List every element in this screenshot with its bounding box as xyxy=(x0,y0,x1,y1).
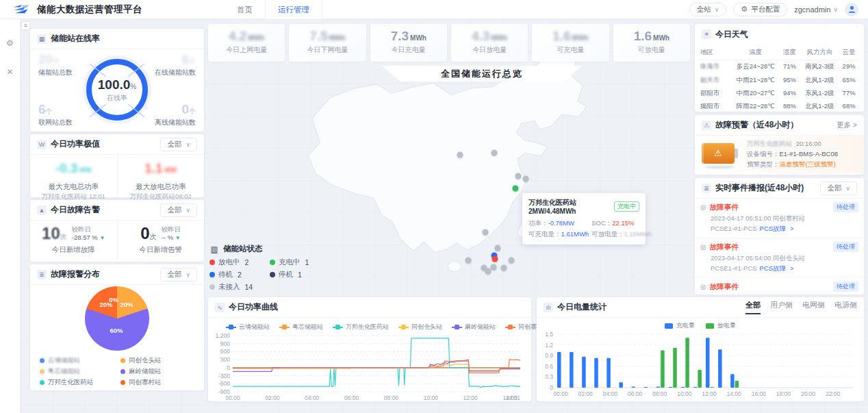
header-tab[interactable]: 运行管理 xyxy=(265,0,322,19)
user-icon xyxy=(847,5,856,14)
map-station-dot[interactable] xyxy=(492,150,498,156)
fault-warning-title: 故障预警（近48小时） xyxy=(715,119,798,131)
status-count: 1 xyxy=(298,271,302,279)
event-status-badge[interactable]: 待处理 xyxy=(833,242,858,252)
avatar[interactable] xyxy=(845,3,858,16)
svg-text:0.6: 0.6 xyxy=(545,363,553,370)
weather-cell: 南风2-3级 xyxy=(800,62,840,71)
tooltip-value: 22.15% xyxy=(612,219,634,227)
status-dot xyxy=(209,284,215,290)
event-type: 故障事件 xyxy=(710,203,739,212)
stat-card-value: 7.3MWh xyxy=(370,29,447,44)
more-link[interactable]: 更多 > xyxy=(837,121,857,130)
alarm-unit: 次 xyxy=(150,233,157,240)
events-title: 实时事件播报(近48小时) xyxy=(715,182,804,194)
stat-card: 4.3MWh今日放电量 xyxy=(451,24,528,62)
fault-alarm-filter[interactable]: 全部∨ xyxy=(160,203,197,217)
station-status-legend: ▥ 储能站状态 放电中2充电中1待机2停机1未接入14 xyxy=(209,244,326,292)
curve-legend-item[interactable]: 万邦生化医药站 xyxy=(333,323,389,331)
chevron-down-icon: ∨ xyxy=(186,207,190,214)
curve-legend-item[interactable]: 粤芯储能站 xyxy=(279,323,323,331)
header-tab[interactable]: 首页 xyxy=(225,0,265,19)
legend-dot xyxy=(120,380,125,385)
pie-label: 20% xyxy=(120,301,133,308)
weather-cell: 邵阳市 xyxy=(700,89,732,98)
map-station-dot[interactable] xyxy=(515,173,522,179)
close-icon[interactable]: ✕ xyxy=(6,67,13,77)
tooltip-field: 可放电量：1.15MWh xyxy=(591,230,652,239)
map-station-dot[interactable] xyxy=(495,245,501,251)
weather-row: 邵阳市中雨20~27℃94%东风1-2级77% xyxy=(700,87,858,100)
map-station-dot[interactable] xyxy=(485,268,492,275)
curve-legend-item[interactable]: 云埔储能站 xyxy=(226,323,270,331)
event-status-badge[interactable]: 待处理 xyxy=(833,281,858,292)
map-station-dot[interactable] xyxy=(501,265,507,271)
map-station-dot[interactable] xyxy=(492,256,498,262)
online-rate-stat: 20个储能站总数 xyxy=(38,52,92,77)
svg-text:1.2: 1.2 xyxy=(545,342,553,349)
energy-tab[interactable]: 用户侧 xyxy=(770,300,793,314)
legend-marker xyxy=(333,325,343,329)
curve-legend-item[interactable]: 同创仓头站 xyxy=(398,323,442,331)
weather-cell: 88% xyxy=(779,102,800,110)
map-station-dot[interactable] xyxy=(483,229,489,236)
svg-text:02:00: 02:00 xyxy=(578,390,593,397)
collapse-menu-icon[interactable]: ≡ xyxy=(21,21,30,30)
svg-text:-600: -600 xyxy=(218,380,230,387)
energy-tab[interactable]: 电源侧 xyxy=(834,300,857,314)
stat-card: 1.6MWh可放电量 xyxy=(613,24,690,62)
legend-marker xyxy=(226,325,236,329)
fault-distribution-filter[interactable]: 全部∨ xyxy=(160,268,197,281)
event-type: 故障事件 xyxy=(710,282,739,292)
curve-legend-item[interactable]: 麻岭储能站 xyxy=(452,323,496,331)
energy-tab[interactable]: 电网侧 xyxy=(802,300,825,314)
status-count: 2 xyxy=(245,258,249,266)
weather-cell: 阵雨22~28℃ xyxy=(732,102,779,110)
panel-icon-warning: ▲ xyxy=(37,205,47,215)
platform-config-button[interactable]: ⚙ 平台配置 xyxy=(733,3,787,16)
event-fault-link[interactable]: PCS故障 xyxy=(760,264,787,272)
online-rate-panel: ▦ 储能站在线率 100.0% 在线率 20个储能站总数6个在线储能站数6个联网… xyxy=(30,29,204,132)
stat-card-label: 今日充电量 xyxy=(370,45,447,55)
event-type: 故障事件 xyxy=(710,242,739,252)
weather-row: 揭阳市阵雨22~28℃88%北风1-2级68% xyxy=(700,100,858,110)
map-station-dot[interactable] xyxy=(513,186,519,192)
event-item[interactable]: ◎故障事件待处理2023-04-17 05:51:00 同创寨村站PCSE1-#… xyxy=(695,199,864,238)
header-tabs: 首页运行管理 xyxy=(225,0,322,19)
extreme-label: 最大放电总功率 xyxy=(118,182,205,192)
map-station-dot[interactable] xyxy=(457,152,463,158)
events-filter[interactable]: 全部∨ xyxy=(820,182,857,195)
status-legend-item: 停机1 xyxy=(270,270,326,279)
settings-icon[interactable]: ⚙ xyxy=(6,38,14,48)
chevron-down-icon: ∨ xyxy=(186,141,190,148)
legend-marker xyxy=(279,325,290,329)
svg-text:10:00: 10:00 xyxy=(424,395,439,401)
energy-tab[interactable]: 全部 xyxy=(745,300,761,314)
panel-icon-chart-line: ∿ xyxy=(215,303,225,312)
event-fault-link[interactable]: PCS故障 xyxy=(760,225,787,232)
online-rate-title: 储能站在线率 xyxy=(51,33,100,45)
weather-cell: 65% xyxy=(839,76,858,85)
map-station-dot[interactable] xyxy=(465,258,472,264)
panel-icon-alert: ⚠ xyxy=(702,121,711,130)
svg-text:08:00: 08:00 xyxy=(652,390,667,397)
fault-alarm-title: 今日故障告警 xyxy=(51,204,100,216)
site-selector[interactable]: 全站 ∨ xyxy=(689,3,727,16)
stat-value: 6个 xyxy=(38,102,92,117)
weather-col-header: 温度 xyxy=(732,48,779,57)
map-station-dot[interactable] xyxy=(509,258,515,264)
platform-config-label: 平台配置 xyxy=(751,5,780,14)
event-status-badge[interactable]: 待处理 xyxy=(833,202,858,212)
event-item[interactable]: ◎故障事件待处理2023-04-17 05:54:00 同创仓头站PCSE1-#… xyxy=(695,238,864,278)
svg-text:10:00: 10:00 xyxy=(677,390,692,397)
event-item[interactable]: ◎故障事件待处理2023-04-17 11:15:00 麻岭储能站PCSE1-#… xyxy=(695,278,864,295)
svg-text:02:00: 02:00 xyxy=(265,395,280,401)
map-station-dot[interactable] xyxy=(491,264,497,271)
energy-stats-panel: ılı 今日电量统计 全部用户侧电网侧电源侧 充电量放电量 00.30.60.9… xyxy=(537,297,864,401)
weather-cell: 68% xyxy=(839,102,858,110)
weather-header-row: 地区温度湿度风力方向云量 xyxy=(700,45,858,60)
user-menu[interactable]: zgcnadmin ∨ xyxy=(794,5,838,14)
map-station-dot[interactable] xyxy=(523,176,529,182)
tooltip-field: 功率：-0.78MW xyxy=(528,219,589,228)
power-extreme-filter[interactable]: 全部∨ xyxy=(160,138,197,151)
